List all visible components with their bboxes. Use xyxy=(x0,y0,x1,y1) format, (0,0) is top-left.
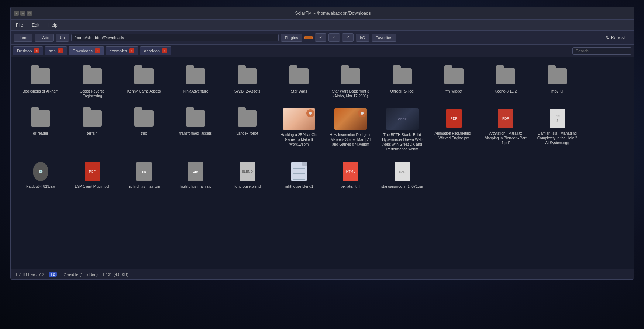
file-label: mpv_ui xyxy=(551,89,563,94)
close-button[interactable]: × xyxy=(14,11,19,16)
menu-edit[interactable]: Edit xyxy=(30,22,42,28)
statusbar: 1.7 TB free / 7.2 TB 62 visible (1 hidde… xyxy=(11,269,634,279)
list-item[interactable]: ogg ♪ Damian Isla - Managing Complexity … xyxy=(533,105,581,155)
file-label: How Insomniac Designed Marvel's Spider-M… xyxy=(328,132,373,147)
tab-close-tmp[interactable]: × xyxy=(58,48,63,53)
list-item[interactable]: Bookshops of Arkham xyxy=(17,63,65,101)
list-item[interactable]: lighthouse.blend1 xyxy=(275,158,323,192)
menubar: File Edit Help xyxy=(11,20,634,31)
disk-free: 1.7 TB free / 7.2 xyxy=(15,272,44,277)
check-btn-3[interactable]: ✓ xyxy=(342,33,354,42)
file-label: transformed_assets xyxy=(179,131,212,136)
list-item[interactable]: UnrealPakTool xyxy=(378,63,426,101)
html-icon: HTML xyxy=(343,162,358,181)
list-item[interactable]: How Insomniac Designed Marvel's Spider-M… xyxy=(327,105,375,155)
list-item[interactable]: BLEND lighthouse.blend xyxy=(223,158,271,192)
file-label: tmp xyxy=(141,131,147,136)
tab-close-desktop[interactable]: × xyxy=(34,48,39,53)
refresh-button[interactable]: ↻ Refresh xyxy=(602,34,631,42)
file-label: lucene-8.11.2 xyxy=(495,89,517,94)
file-label: pixilate.html xyxy=(341,184,361,189)
list-item[interactable]: zip highlight.js-main.zip xyxy=(120,158,168,192)
list-item[interactable]: Star Wars Battlefront 3 (Alpha, Mar 17 2… xyxy=(327,63,375,101)
file-label: starwarsmod_m1_071.rar xyxy=(381,184,423,189)
favorites-button[interactable]: Favorites xyxy=(372,34,396,42)
disk-badge: TB xyxy=(49,272,57,277)
path-bar[interactable]: /home/abaddon/Downloads xyxy=(71,34,279,41)
list-item[interactable]: zip highlightjs-main.zip xyxy=(172,158,220,192)
file-label: qr-reader xyxy=(33,131,48,136)
file-label: lighthouse.blend1 xyxy=(285,184,313,189)
list-item[interactable]: NinjaAdventure xyxy=(172,63,220,101)
file-label: SW:BF2-Assets xyxy=(234,89,260,94)
list-item[interactable]: fm_widget xyxy=(430,63,478,101)
list-item[interactable]: CODE The BETH Stack: Build Hypermedia-Dr… xyxy=(378,105,426,155)
list-item[interactable]: tmp xyxy=(120,105,168,155)
list-item[interactable]: Kenny Game Assets xyxy=(120,63,168,101)
minimize-button[interactable]: − xyxy=(20,11,25,16)
plugins-button[interactable]: Plugins xyxy=(281,34,302,42)
tab-close-examples[interactable]: × xyxy=(129,48,134,53)
list-item[interactable]: Star Wars xyxy=(275,63,323,101)
menu-file[interactable]: File xyxy=(14,22,25,28)
file-label: Animation Retargeting - Wicked Engine.pd… xyxy=(432,131,476,141)
file-label: NinjaAdventure xyxy=(183,89,208,94)
home-button[interactable]: Home xyxy=(14,34,32,42)
tab-close-downloads[interactable]: × xyxy=(95,48,100,53)
ogg-icon: ogg ♪ xyxy=(550,109,565,128)
list-item[interactable]: transformed_assets xyxy=(172,105,220,155)
check-btn-1[interactable]: ✓ xyxy=(315,33,326,42)
check-btn-2[interactable]: ✓ xyxy=(328,33,340,42)
tab-desktop[interactable]: Desktop × xyxy=(13,46,43,55)
list-item[interactable]: PDF Animation Retargeting - Wicked Engin… xyxy=(430,105,478,155)
file-label: Hacking a 25 Year Old Game To Make It Wo… xyxy=(277,132,321,147)
list-item[interactable]: PDF LSP Client Plugin.pdf xyxy=(68,158,116,192)
iso-icon: 💿 xyxy=(33,162,48,181)
artstation-pdf-icon: PDF xyxy=(498,109,513,128)
file-label: Star Wars xyxy=(291,89,307,94)
zip-icon: zip xyxy=(136,162,152,181)
file-label: yandex-robot xyxy=(237,131,258,136)
tab-downloads[interactable]: Downloads × xyxy=(69,46,104,55)
file-label: Godot Reverse Engineering xyxy=(70,89,114,98)
search-input[interactable] xyxy=(572,47,631,55)
tab-close-abaddon[interactable]: × xyxy=(162,48,167,53)
list-item[interactable]: terrain xyxy=(68,105,116,155)
tab-abaddon[interactable]: abaddon × xyxy=(140,46,171,55)
list-item[interactable]: Godot Reverse Engineering xyxy=(68,63,116,101)
list-item[interactable]: RAR starwarsmod_m1_071.rar xyxy=(378,158,426,192)
list-item[interactable]: lucene-8.11.2 xyxy=(482,63,530,101)
file-label: fm_widget xyxy=(445,89,462,94)
active-toolbar-btn[interactable] xyxy=(304,36,313,39)
file-label: highlight.js-main.zip xyxy=(128,184,160,189)
io-button[interactable]: I/O xyxy=(356,34,369,42)
up-button[interactable]: Up xyxy=(56,34,69,42)
list-item[interactable]: qr-reader xyxy=(17,105,65,155)
tabs-bar: Desktop × tmp × Downloads × examples × a… xyxy=(11,45,634,57)
tab-tmp[interactable]: tmp × xyxy=(45,46,67,55)
titlebar: × − □ SolarFM ~ /home/abaddon/Downloads xyxy=(11,7,634,20)
file-grid: Bookshops of Arkham Godot Reverse Engine… xyxy=(11,57,634,269)
list-item[interactable]: mpv_ui xyxy=(533,63,581,101)
window-controls: × − □ xyxy=(14,11,32,16)
generic-file-icon xyxy=(291,162,307,181)
file-label: LSP Client Plugin.pdf xyxy=(75,184,110,189)
file-label: ArtStation - Parallax Mapping in Blender… xyxy=(483,131,528,145)
list-item[interactable]: HTML pixilate.html xyxy=(327,158,375,192)
list-item[interactable]: Hacking a 25 Year Old Game To Make It Wo… xyxy=(275,105,323,155)
file-label: lighthouse.blend xyxy=(234,184,261,189)
blend-file-icon: BLEND xyxy=(240,162,255,181)
add-button[interactable]: + Add xyxy=(35,34,53,42)
file-label: Star Wars Battlefront 3 (Alpha, Mar 17 2… xyxy=(328,89,373,98)
list-item[interactable]: PDF ArtStation - Parallax Mapping in Ble… xyxy=(482,105,530,155)
list-item[interactable]: SW:BF2-Assets xyxy=(223,63,271,101)
tab-examples[interactable]: examples × xyxy=(106,46,138,55)
maximize-button[interactable]: □ xyxy=(27,11,32,16)
list-item[interactable]: 💿 Fatdog64-813.iso xyxy=(17,158,65,192)
list-item[interactable]: yandex-robot xyxy=(223,105,271,155)
file-label: terrain xyxy=(87,131,97,136)
file-label: Damian Isla - Managing Complexity in the… xyxy=(535,131,579,145)
file-label: Bookshops of Arkham xyxy=(23,89,58,94)
menu-help[interactable]: Help xyxy=(46,22,60,28)
window-title: SolarFM ~ /home/abaddon/Downloads xyxy=(35,11,631,16)
